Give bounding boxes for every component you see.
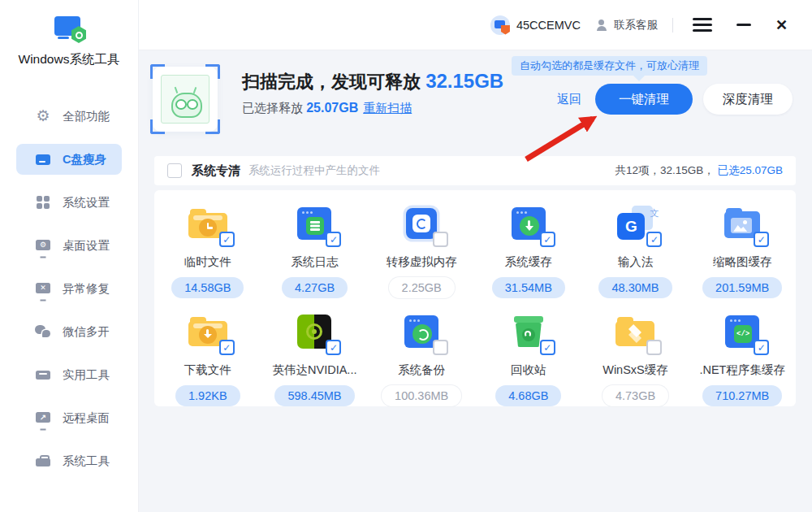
cleanup-item[interactable]: ✓ 英伟达NVIDIA... 598.45MB [261, 300, 369, 408]
app-logo-icon [54, 16, 84, 41]
menu-button[interactable] [688, 13, 717, 37]
cache-tooltip: 自动勾选的都是缓存文件，可放心清理 [512, 56, 707, 76]
section-checkbox[interactable] [167, 163, 182, 178]
item-label: 系统缓存 [505, 254, 552, 270]
rescan-link[interactable]: 重新扫描 [363, 101, 412, 115]
back-button[interactable]: 返回 [557, 84, 581, 115]
item-size-badge: 201.59MB [702, 277, 782, 298]
section-summary-selected: 已选25.07GB [718, 164, 783, 176]
close-icon: ✕ [775, 18, 788, 33]
sidebar-item-label: 微信多开 [63, 324, 110, 340]
item-label: 下载文件 [184, 362, 231, 378]
brand: Windows系统工具 [0, 0, 138, 68]
one-click-clean-button[interactable]: 一键清理 [595, 84, 693, 115]
item-checkbox[interactable]: ✓ [219, 232, 235, 247]
item-label: WinSxS缓存 [603, 362, 668, 378]
sidebar: Windows系统工具 全部功能 C盘瘦身 系统设置 桌面设置 异常修复 微信多… [0, 0, 139, 512]
sidebar-item-label: 实用工具 [63, 367, 110, 383]
section-title: 系统专清 [192, 163, 240, 179]
item-size-badge: 100.36MB [382, 385, 461, 406]
wechat-icon [35, 323, 51, 340]
cleanup-item[interactable]: ✓ 系统缓存 31.54MB [475, 192, 582, 300]
person-icon [595, 19, 608, 32]
item-size-badge: 1.92KB [175, 385, 240, 406]
cleanup-item[interactable]: ✓ 下载文件 1.92KB [154, 300, 261, 408]
item-checkbox[interactable]: ✓ [646, 232, 662, 247]
found-size-value: 32.15GB [425, 70, 503, 92]
sidebar-item-label: 系统工具 [63, 453, 110, 469]
sidebar-item-disk[interactable]: C盘瘦身 [16, 144, 122, 175]
item-checkbox[interactable]: ✓ [754, 340, 769, 355]
account-badge[interactable]: 45CCEMVC [490, 15, 581, 35]
item-size-badge: 4.68GB [495, 385, 561, 406]
item-label: .NET程序集缓存 [699, 362, 785, 378]
hamburger-icon [693, 18, 712, 32]
sidebar-item-remote[interactable]: 远程桌面 [16, 402, 122, 433]
item-size-badge: 48.30MB [598, 277, 672, 298]
grid-icon [35, 194, 51, 210]
titlebar-divider [672, 18, 673, 33]
sidebar-item-monitor-fix[interactable]: 异常修复 [16, 273, 122, 304]
sidebar-item-briefcase[interactable]: 系统工具 [16, 445, 122, 476]
account-avatar-icon [490, 15, 510, 35]
item-size-badge: 598.45MB [274, 385, 354, 406]
cleanup-item[interactable]: ✓ .NET程序集缓存 710.27MB [689, 300, 796, 408]
robot-face-icon [168, 88, 202, 115]
account-name: 45CCEMVC [516, 19, 581, 32]
cleanup-item[interactable]: ✓ 输入法 48.30MB [582, 192, 689, 300]
sidebar-item-gear[interactable]: 全部功能 [16, 101, 122, 132]
item-size-badge: 4.73GB [603, 385, 668, 406]
app-window: Windows系统工具 全部功能 C盘瘦身 系统设置 桌面设置 异常修复 微信多… [0, 0, 812, 512]
item-size-badge: 4.27GB [282, 277, 348, 298]
sidebar-item-label: C盘瘦身 [63, 152, 106, 167]
close-button[interactable]: ✕ [771, 13, 793, 37]
sidebar-item-label: 系统设置 [63, 195, 110, 210]
minimize-icon [736, 24, 751, 26]
content-area: 扫描完成，发现可释放 32.15GB 已选择释放 25.07GB重新扫描 自动勾… [138, 50, 812, 512]
section-description: 系统运行过程中产生的文件 [248, 163, 380, 178]
item-checkbox[interactable]: ✓ [326, 340, 341, 355]
cleanup-item[interactable]: 系统备份 100.36MB [368, 300, 475, 408]
cleanup-item[interactable]: ✓ 临时文件 14.58GB [154, 192, 261, 300]
item-label: 回收站 [511, 362, 546, 378]
item-label: 系统备份 [398, 362, 445, 378]
scan-robot-icon [153, 67, 218, 132]
sidebar-item-label: 远程桌面 [63, 410, 110, 426]
deep-clean-button[interactable]: 深度清理 [703, 84, 793, 115]
item-checkbox[interactable] [646, 340, 662, 355]
item-checkbox[interactable]: ✓ [540, 340, 555, 355]
item-checkbox[interactable]: ✓ [219, 340, 235, 355]
main-area: 45CCEMVC 联系客服 ✕ [138, 0, 812, 512]
sidebar-item-label: 桌面设置 [63, 238, 110, 254]
contact-support-label: 联系客服 [614, 18, 658, 33]
sidebar-item-monitor-gear[interactable]: 桌面设置 [16, 230, 122, 261]
item-label: 缩略图缓存 [713, 254, 772, 270]
cleanup-item[interactable]: 转移虚拟内存 2.25GB [368, 192, 475, 300]
monitor-gear-icon [35, 237, 51, 254]
cleanup-item[interactable]: WinSxS缓存 4.73GB [582, 300, 689, 408]
item-checkbox[interactable] [433, 232, 448, 247]
item-checkbox[interactable]: ✓ [540, 232, 555, 247]
minimize-button[interactable] [732, 19, 756, 31]
section-summary: 共12项，32.15GB，已选25.07GB [615, 163, 783, 178]
sidebar-item-label: 全部功能 [63, 109, 110, 124]
item-label: 输入法 [618, 254, 654, 270]
item-size-badge: 710.27MB [702, 385, 782, 406]
item-label: 转移虚拟内存 [387, 254, 457, 270]
item-label: 临时文件 [184, 254, 231, 270]
remote-icon [35, 410, 51, 426]
contact-support-button[interactable]: 联系客服 [595, 18, 658, 33]
item-checkbox[interactable]: ✓ [754, 232, 769, 247]
cleanup-item[interactable]: ✓ 系统日志 4.27GB [261, 192, 369, 300]
toolbox-icon [35, 367, 51, 383]
sidebar-item-grid[interactable]: 系统设置 [16, 187, 122, 218]
sidebar-nav: 全部功能 C盘瘦身 系统设置 桌面设置 异常修复 微信多开 实用工具 远程桌面 … [0, 101, 138, 476]
item-checkbox[interactable] [433, 340, 448, 355]
titlebar: 45CCEMVC 联系客服 ✕ [138, 0, 812, 50]
item-checkbox[interactable]: ✓ [326, 232, 341, 247]
monitor-fix-icon [35, 280, 51, 297]
cleanup-item[interactable]: ✓ 回收站 4.68GB [475, 300, 582, 408]
sidebar-item-wechat[interactable]: 微信多开 [16, 316, 122, 347]
cleanup-item[interactable]: ✓ 缩略图缓存 201.59MB [689, 192, 796, 300]
sidebar-item-toolbox[interactable]: 实用工具 [16, 359, 122, 390]
